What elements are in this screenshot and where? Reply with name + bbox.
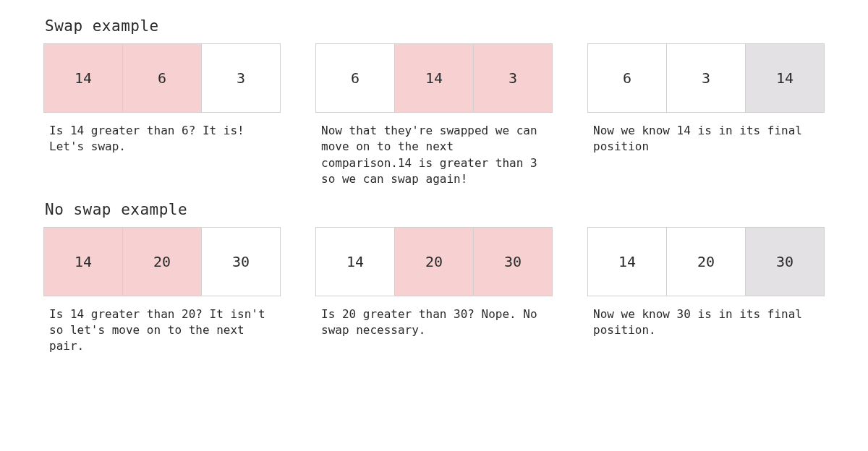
array-cell: 30 xyxy=(474,228,552,296)
step-caption: Now that they're swapped we can move on … xyxy=(315,123,538,188)
array-boxes: 6 14 3 xyxy=(315,43,553,113)
array-cell: 14 xyxy=(44,228,123,296)
swap-step-1: 14 6 3 Is 14 greater than 6? It is! Let'… xyxy=(43,43,281,188)
swap-step-2: 6 14 3 Now that they're swapped we can m… xyxy=(315,43,553,188)
step-caption: Now we know 14 is in its final position xyxy=(587,123,810,155)
no-swap-row: 14 20 30 Is 14 greater than 20? It isn't… xyxy=(43,227,825,355)
array-boxes: 14 20 30 xyxy=(587,227,825,296)
array-cell: 6 xyxy=(588,44,667,112)
array-cell: 3 xyxy=(474,44,552,112)
array-cell: 6 xyxy=(123,44,202,112)
array-cell: 14 xyxy=(44,44,123,112)
no-swap-step-3: 14 20 30 Now we know 30 is in its final … xyxy=(587,227,825,355)
section-title-no-swap: No swap example xyxy=(45,201,825,218)
step-caption: Is 20 greater than 30? Nope. No swap nec… xyxy=(315,306,538,339)
array-cell: 6 xyxy=(316,44,395,112)
array-cell: 3 xyxy=(202,44,280,112)
step-caption: Is 14 greater than 20? It isn't so let's… xyxy=(43,306,266,355)
array-cell: 30 xyxy=(202,228,280,296)
step-caption: Is 14 greater than 6? It is! Let's swap. xyxy=(43,123,266,155)
array-cell: 14 xyxy=(588,228,667,296)
array-boxes: 6 3 14 xyxy=(587,43,825,113)
array-boxes: 14 20 30 xyxy=(315,227,553,296)
array-cell: 3 xyxy=(667,44,746,112)
array-cell: 20 xyxy=(123,228,202,296)
section-title-swap: Swap example xyxy=(45,17,825,35)
swap-row: 14 6 3 Is 14 greater than 6? It is! Let'… xyxy=(43,43,825,188)
array-boxes: 14 6 3 xyxy=(43,43,281,113)
no-swap-step-1: 14 20 30 Is 14 greater than 20? It isn't… xyxy=(43,227,281,355)
array-cell: 30 xyxy=(746,228,824,296)
array-cell: 14 xyxy=(395,44,474,112)
no-swap-step-2: 14 20 30 Is 20 greater than 30? Nope. No… xyxy=(315,227,553,355)
array-boxes: 14 20 30 xyxy=(43,227,281,296)
array-cell: 14 xyxy=(316,228,395,296)
diagram-page: Swap example 14 6 3 Is 14 greater than 6… xyxy=(0,0,868,451)
array-cell: 14 xyxy=(746,44,824,112)
array-cell: 20 xyxy=(667,228,746,296)
array-cell: 20 xyxy=(395,228,474,296)
step-caption: Now we know 30 is in its final position. xyxy=(587,306,810,339)
swap-step-3: 6 3 14 Now we know 14 is in its final po… xyxy=(587,43,825,188)
